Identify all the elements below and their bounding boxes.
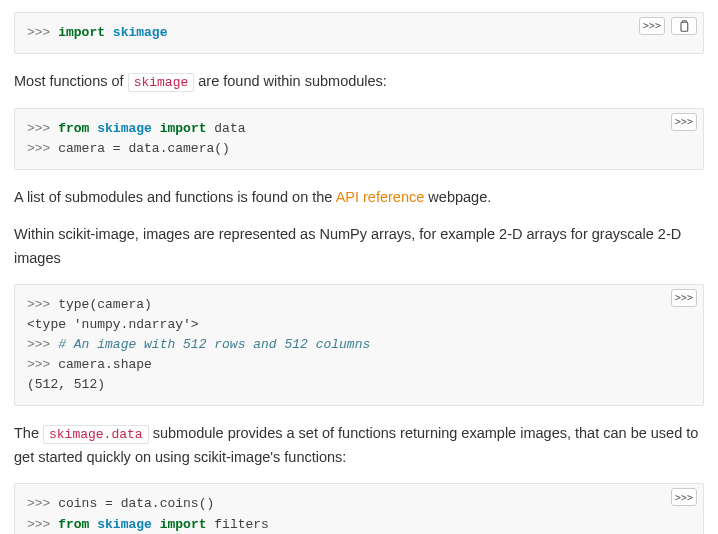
code-block: >>> >>> from skimage import data >>> cam…: [14, 108, 704, 170]
code-line: >>> camera = data.camera(): [27, 139, 691, 159]
code-line: >>> # An image with 512 rows and 512 col…: [27, 335, 691, 355]
text: Most functions of: [14, 73, 128, 89]
code-text: data: [206, 121, 245, 136]
code-toolbar: >>>: [671, 113, 697, 131]
keyword-token: import: [160, 121, 207, 136]
api-reference-link[interactable]: API reference: [336, 189, 425, 205]
inline-code: skimage.data: [43, 425, 149, 444]
code-line: >>> import skimage: [27, 23, 691, 43]
code-line: >>> coins = data.coins(): [27, 494, 691, 514]
code-toolbar: >>>: [671, 488, 697, 506]
keyword-token: import: [160, 517, 207, 532]
clipboard-icon: [678, 19, 690, 33]
prompt-token: >>>: [27, 517, 58, 532]
toggle-prompt-button[interactable]: >>>: [671, 113, 697, 131]
prompt-token: >>>: [27, 141, 58, 156]
text: are found within submodules:: [194, 73, 387, 89]
output-text: (512, 512): [27, 377, 105, 392]
code-text: type(camera): [58, 297, 152, 312]
text: The: [14, 425, 43, 441]
keyword-token: from: [58, 121, 89, 136]
inline-code: skimage: [128, 73, 195, 92]
keyword-token: import: [58, 25, 105, 40]
prompt-token: >>>: [27, 337, 58, 352]
keyword-token: from: [58, 517, 89, 532]
space: [105, 25, 113, 40]
code-line: >>> type(camera): [27, 295, 691, 315]
code-block: >>> >>> coins = data.coins() >>> from sk…: [14, 483, 704, 534]
toggle-prompt-button[interactable]: >>>: [671, 289, 697, 307]
paragraph: Most functions of skimage are found with…: [14, 70, 704, 94]
copy-button[interactable]: [671, 17, 697, 35]
name-token: skimage: [113, 25, 168, 40]
paragraph: A list of submodules and functions is fo…: [14, 186, 704, 209]
toggle-prompt-button[interactable]: >>>: [671, 488, 697, 506]
name-token: skimage: [97, 121, 152, 136]
code-text: coins = data.coins(): [58, 496, 214, 511]
code-block: >>> >>> import skimage: [14, 12, 704, 54]
comment-token: # An image with 512 rows and 512 columns: [58, 337, 370, 352]
name-token: skimage: [97, 517, 152, 532]
paragraph: The skimage.data submodule provides a se…: [14, 422, 704, 469]
prompt-token: >>>: [27, 297, 58, 312]
prompt-token: >>>: [27, 121, 58, 136]
space: [152, 517, 160, 532]
text: Within scikit-image, images are represen…: [14, 226, 681, 265]
code-text: filters: [206, 517, 268, 532]
code-line: <type 'numpy.ndarray'>: [27, 315, 691, 335]
code-toolbar: >>>: [639, 17, 697, 35]
code-text: camera.shape: [58, 357, 152, 372]
text: A list of submodules and functions is fo…: [14, 189, 336, 205]
output-text: <type 'numpy.ndarray'>: [27, 317, 199, 332]
prompt-token: >>>: [27, 25, 58, 40]
space: [152, 121, 160, 136]
code-line: (512, 512): [27, 375, 691, 395]
text: webpage.: [424, 189, 491, 205]
toggle-prompt-button[interactable]: >>>: [639, 17, 665, 35]
code-block: >>> >>> type(camera) <type 'numpy.ndarra…: [14, 284, 704, 407]
code-toolbar: >>>: [671, 289, 697, 307]
svg-rect-0: [681, 22, 688, 31]
code-line: >>> from skimage import filters: [27, 515, 691, 534]
code-line: >>> camera.shape: [27, 355, 691, 375]
code-line: >>> from skimage import data: [27, 119, 691, 139]
prompt-token: >>>: [27, 357, 58, 372]
paragraph: Within scikit-image, images are represen…: [14, 223, 704, 269]
prompt-token: >>>: [27, 496, 58, 511]
code-text: camera = data.camera(): [58, 141, 230, 156]
